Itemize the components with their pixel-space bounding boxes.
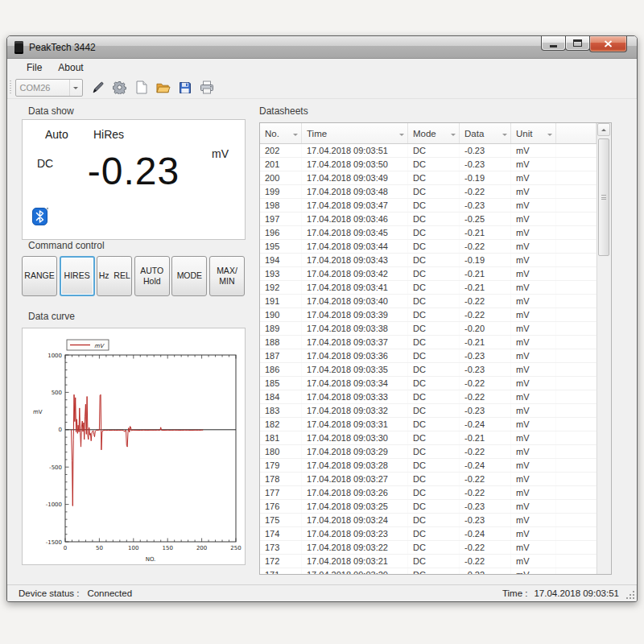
table-row[interactable]: 20217.04.2018 09:03:51DC-0.23mV [260, 144, 597, 158]
resolution-text: HiRes [93, 128, 124, 141]
table-row[interactable]: 19617.04.2018 09:03:45DC-0.21mV [260, 226, 597, 240]
table-row[interactable]: 19917.04.2018 09:03:48DC-0.22mV [260, 185, 597, 199]
datasheets-table: No.TimeModeDataUnit 20217.04.2018 09:03:… [259, 122, 612, 575]
title-bar[interactable]: PeakTech 3442 [7, 36, 637, 59]
range-mode-text: Auto [45, 128, 68, 141]
svg-text:50: 50 [96, 545, 103, 551]
table-row[interactable]: 18117.04.2018 09:03:30DC-0.21mV [260, 431, 597, 445]
menu-file[interactable]: File [19, 60, 50, 75]
svg-text:250: 250 [230, 545, 241, 551]
svg-text:1000: 1000 [47, 353, 62, 359]
svg-text:-1500: -1500 [46, 539, 62, 546]
svg-text:500: 500 [52, 390, 62, 396]
command-button-range[interactable]: RANGE [22, 256, 57, 296]
table-row[interactable]: 18717.04.2018 09:03:36DC-0.23mV [260, 349, 597, 363]
resize-grip-icon[interactable] [625, 590, 636, 601]
column-header-data[interactable]: Data [460, 123, 511, 143]
column-header-mode[interactable]: Mode [408, 123, 460, 143]
column-header-no[interactable]: No. [260, 123, 302, 143]
filter-arrow-icon[interactable] [399, 134, 404, 138]
scroll-up-icon[interactable] [597, 123, 610, 136]
table-row[interactable]: 17517.04.2018 09:03:24DC-0.23mV [260, 514, 597, 527]
data-show-panel: Auto HiRes DC mV -0.23 [22, 119, 246, 240]
table-row[interactable]: 17417.04.2018 09:03:23DC-0.24mV [260, 527, 597, 541]
close-icon [604, 40, 613, 47]
close-button[interactable] [589, 36, 627, 52]
app-window: PeakTech 3442 File About COM26 [6, 35, 638, 602]
table-row[interactable]: 20017.04.2018 09:03:49DC-0.19mV [260, 171, 597, 185]
maximize-button[interactable] [565, 36, 590, 51]
table-body: 20217.04.2018 09:03:51DC-0.23mV20117.04.… [260, 144, 597, 575]
menu-bar: File About [7, 59, 637, 76]
data-show-label: Data show [28, 105, 74, 117]
open-folder-icon[interactable] [156, 80, 171, 95]
device-status-label: Device status : [19, 588, 79, 598]
table-scrollbar[interactable] [597, 123, 611, 575]
table-row[interactable]: 19417.04.2018 09:03:43DC-0.19mV [260, 254, 597, 267]
time-label: Time : [502, 588, 528, 598]
table-row[interactable]: 17717.04.2018 09:03:26DC-0.22mV [260, 486, 597, 500]
data-curve-label: Data curve [28, 311, 75, 322]
scrollbar-thumb[interactable] [598, 138, 609, 256]
table-row[interactable]: 17917.04.2018 09:03:28DC-0.24mV [260, 459, 597, 473]
com-port-select[interactable]: COM26 [15, 79, 83, 97]
table-row[interactable]: 18817.04.2018 09:03:37DC-0.21mV [260, 336, 597, 349]
menu-about[interactable]: About [50, 60, 91, 75]
table-row[interactable]: 19817.04.2018 09:03:47DC-0.23mV [260, 199, 597, 213]
column-header-time[interactable]: Time [302, 123, 408, 143]
svg-text:-1000: -1000 [46, 502, 62, 508]
filter-arrow-icon[interactable] [547, 134, 552, 138]
com-port-value: COM26 [16, 83, 69, 93]
filter-arrow-icon[interactable] [451, 134, 456, 138]
window-title: PeakTech 3442 [29, 42, 96, 53]
table-row[interactable]: 18017.04.2018 09:03:29DC-0.22mV [260, 445, 597, 459]
table-row[interactable]: 18617.04.2018 09:03:35DC-0.23mV [260, 363, 597, 377]
table-row[interactable]: 19017.04.2018 09:03:39DC-0.22mV [260, 308, 597, 322]
bluetooth-icon [32, 206, 49, 229]
table-row[interactable]: 18217.04.2018 09:03:31DC-0.24mV [260, 418, 597, 431]
save-icon[interactable] [178, 80, 192, 95]
gear-icon[interactable] [113, 80, 127, 95]
table-row[interactable]: 18317.04.2018 09:03:32DC-0.23mV [260, 404, 597, 418]
command-button-mode[interactable]: MODE [171, 256, 207, 296]
svg-text:0: 0 [64, 545, 67, 551]
app-icon [14, 41, 23, 54]
new-file-icon[interactable] [134, 80, 149, 95]
minimize-button[interactable] [541, 36, 566, 51]
svg-text:200: 200 [196, 545, 207, 551]
table-row[interactable]: 18917.04.2018 09:03:38DC-0.20mV [260, 322, 597, 336]
table-row[interactable]: 17617.04.2018 09:03:25DC-0.23mV [260, 500, 597, 514]
measurement-value: -0.23 [23, 149, 245, 193]
pen-icon[interactable] [91, 80, 105, 95]
table-row[interactable]: 19717.04.2018 09:03:46DC-0.25mV [260, 213, 597, 226]
table-header: No.TimeModeDataUnit [260, 123, 597, 144]
command-button-max-min[interactable]: MAX/ MIN [209, 256, 245, 296]
column-header-unit[interactable]: Unit [511, 123, 556, 143]
filter-arrow-icon[interactable] [293, 134, 298, 138]
svg-text:NO.: NO. [146, 556, 156, 563]
command-button-hz-rel[interactable]: Hz REL [97, 256, 132, 296]
table-row[interactable]: 17317.04.2018 09:03:22DC-0.22mV [260, 541, 597, 555]
print-icon[interactable] [200, 80, 214, 95]
table-row[interactable]: 17117.04.2018 09:03:20DC-0.22mV [260, 568, 597, 575]
time-value: 17.04.2018 09:03:51 [534, 588, 619, 598]
command-control-label: Command control [28, 240, 105, 251]
command-buttons: RANGEHIRESHz RELAUTO HoldMODEMAX/ MIN [22, 256, 246, 296]
column-header-filler [556, 123, 597, 143]
table-row[interactable]: 19517.04.2018 09:03:44DC-0.22mV [260, 240, 597, 254]
filter-arrow-icon[interactable] [502, 134, 507, 138]
svg-text:100: 100 [128, 545, 138, 551]
command-button-hires[interactable]: HIRES [60, 256, 95, 296]
table-row[interactable]: 18517.04.2018 09:03:34DC-0.22mV [260, 377, 597, 390]
table-row[interactable]: 18417.04.2018 09:03:33DC-0.22mV [260, 390, 597, 404]
data-curve-chart: 050100150200250-1500-1000-50005001000mVN… [23, 328, 245, 564]
toolbar-grip [10, 80, 11, 95]
data-curve-panel: 050100150200250-1500-1000-50005001000mVN… [22, 328, 246, 565]
table-row[interactable]: 20117.04.2018 09:03:50DC-0.23mV [260, 158, 597, 171]
table-row[interactable]: 19217.04.2018 09:03:41DC-0.21mV [260, 281, 597, 295]
table-row[interactable]: 17217.04.2018 09:03:21DC-0.22mV [260, 555, 597, 568]
table-row[interactable]: 19317.04.2018 09:03:42DC-0.21mV [260, 267, 597, 281]
table-row[interactable]: 19117.04.2018 09:03:40DC-0.22mV [260, 295, 597, 308]
table-row[interactable]: 17817.04.2018 09:03:27DC-0.22mV [260, 473, 597, 486]
command-button-auto-hold[interactable]: AUTO Hold [134, 256, 170, 296]
